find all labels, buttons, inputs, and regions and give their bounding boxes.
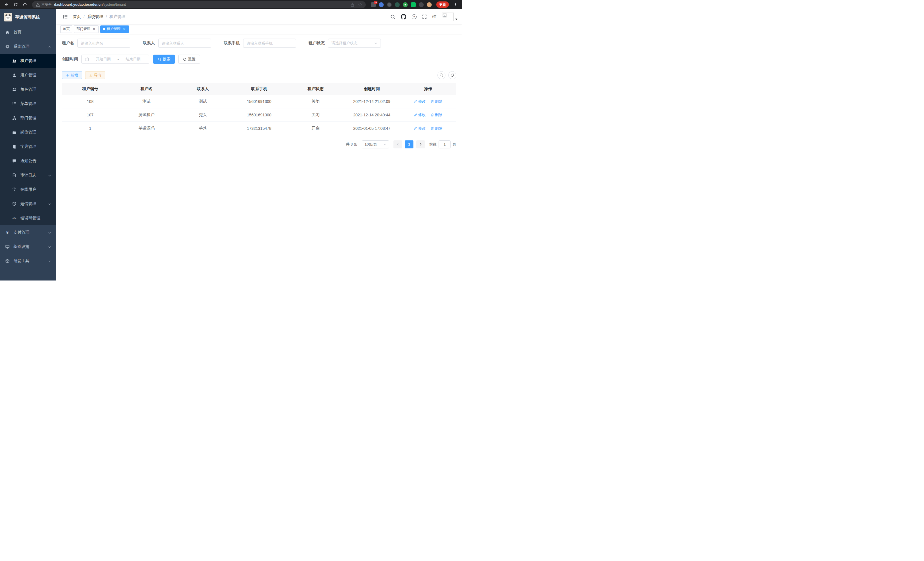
sidebar-item-payment[interactable]: 支付管理 <box>0 225 56 240</box>
delete-link[interactable]: 删除 <box>430 126 442 131</box>
sidebar-item-post[interactable]: 岗位管理 <box>0 125 56 140</box>
reset-button[interactable]: 重置 <box>178 55 200 64</box>
kebab-menu-icon[interactable] <box>452 1 459 8</box>
delete-icon <box>430 113 434 117</box>
sidebar-item-audit-log[interactable]: 审计日志 <box>0 168 56 182</box>
prev-page-button[interactable] <box>393 140 402 148</box>
tab-home[interactable]: 首页 <box>60 26 72 33</box>
close-icon[interactable] <box>122 27 126 31</box>
avatar-image <box>442 13 454 21</box>
sidebar-item-role[interactable]: 角色管理 <box>0 82 56 97</box>
refresh-table-button[interactable] <box>448 71 456 79</box>
search-button[interactable]: 搜索 <box>153 55 175 64</box>
tab-dept[interactable]: 部门管理 <box>74 26 99 33</box>
contact-input[interactable] <box>162 41 208 45</box>
phone-input[interactable] <box>247 41 292 45</box>
extension-icon[interactable] <box>419 2 424 7</box>
home-icon[interactable] <box>21 1 28 8</box>
pagination-total: 共 3 条 <box>346 142 357 147</box>
download-icon <box>89 74 93 77</box>
user-avatar[interactable] <box>442 13 458 21</box>
chevron-down-icon <box>374 41 377 45</box>
sidebar-item-dev-tools[interactable]: 研发工具 <box>0 254 56 268</box>
sidebar-item-user[interactable]: 用户管理 <box>0 68 56 82</box>
sidebar-item-dict[interactable]: 字典管理 <box>0 140 56 154</box>
toggle-search-button[interactable] <box>437 71 446 79</box>
column-phone: 联系手机 <box>231 83 287 95</box>
cell-tenant-id: 1 <box>62 122 118 135</box>
tenant-name-input[interactable] <box>81 41 127 45</box>
sidebar-item-tenant[interactable]: 租户管理 <box>0 54 56 68</box>
sidebar-item-system[interactable]: 系统管理 <box>0 39 56 54</box>
edit-link[interactable]: 修改 <box>414 112 425 117</box>
tab-tenant[interactable]: 租户管理 <box>100 26 129 33</box>
org-tree-icon <box>12 116 16 120</box>
edit-link[interactable]: 修改 <box>414 126 425 131</box>
help-icon[interactable] <box>412 14 417 19</box>
close-icon[interactable] <box>92 27 96 31</box>
delete-link[interactable]: 删除 <box>430 112 442 117</box>
goto-page-input[interactable] <box>439 140 451 148</box>
cell-tenant-name: 芋道源码 <box>118 122 175 135</box>
share-icon[interactable] <box>350 3 355 7</box>
cell-created: 2021-01-05 17:03:47 <box>344 122 400 135</box>
sidebar-item-online-users[interactable]: 在线用户 <box>0 182 56 197</box>
cell-status: 开启 <box>287 122 344 135</box>
edit-icon <box>414 127 417 130</box>
extension-icon[interactable] <box>387 2 392 7</box>
cell-contact: 芋艿 <box>175 122 231 135</box>
reload-icon[interactable] <box>12 1 20 8</box>
export-button[interactable]: 导出 <box>85 71 105 79</box>
table-row: 1 芋道源码 芋艿 17321315478 开启 2021-01-05 17:0… <box>62 122 456 135</box>
extension-icon[interactable] <box>379 2 384 7</box>
status-label: 租户状态 <box>309 41 325 46</box>
browser-update-button[interactable]: 更新 <box>436 2 449 8</box>
add-button[interactable]: 新增 <box>62 71 82 79</box>
date-range-picker[interactable]: 开始日期 - 结束日期 <box>81 55 149 64</box>
extension-icon[interactable] <box>411 2 416 7</box>
sidebar-fold-icon[interactable] <box>61 13 69 21</box>
chevron-down-icon <box>48 174 51 177</box>
app-logo[interactable]: 芋道管理系统 <box>0 9 56 25</box>
bookmark-star-icon[interactable] <box>358 3 362 7</box>
column-actions: 操作 <box>400 83 456 95</box>
edit-icon <box>414 113 417 117</box>
status-select[interactable]: 请选择租户状态 <box>328 39 381 48</box>
breadcrumb-system[interactable]: 系统管理 <box>87 14 103 20</box>
profile-avatar[interactable] <box>427 2 432 7</box>
address-bar[interactable]: 不安全 dashboard.yudao.iocoder.cn/system/te… <box>32 1 366 8</box>
sidebar-item-sms[interactable]: 短信管理 <box>0 197 56 211</box>
create-time-label: 创建时间 <box>62 57 78 62</box>
column-status: 租户状态 <box>287 83 344 95</box>
search-icon[interactable] <box>390 14 395 20</box>
message-icon <box>12 159 16 163</box>
extension-icon[interactable] <box>403 2 408 7</box>
font-size-icon[interactable] <box>432 14 436 19</box>
cell-actions: 修改 删除 <box>400 108 456 122</box>
next-page-button[interactable] <box>416 140 425 148</box>
github-icon[interactable] <box>401 14 406 20</box>
sidebar-item-menu[interactable]: 菜单管理 <box>0 97 56 111</box>
page-number-button[interactable]: 1 <box>405 140 413 148</box>
security-chip[interactable]: 不安全 <box>35 2 52 7</box>
page-size-select[interactable]: 10条/页 <box>362 140 389 148</box>
extension-icon[interactable] <box>395 2 400 7</box>
book-icon <box>12 144 16 149</box>
phone-label: 联系手机 <box>224 41 240 46</box>
delete-link[interactable]: 删除 <box>430 99 442 104</box>
sidebar-item-dept[interactable]: 部门管理 <box>0 111 56 125</box>
edit-link[interactable]: 修改 <box>414 99 425 104</box>
calendar-icon <box>85 57 89 61</box>
refresh-icon <box>450 73 454 77</box>
active-dot <box>103 28 105 30</box>
fullscreen-icon[interactable] <box>422 14 427 19</box>
extension-icon[interactable]: 10 <box>371 2 376 7</box>
breadcrumb-home[interactable]: 首页 <box>73 14 81 20</box>
gear-icon <box>5 44 10 49</box>
sidebar-item-home[interactable]: 首页 <box>0 25 56 39</box>
back-icon[interactable] <box>3 1 10 8</box>
chevron-down-icon <box>48 245 51 248</box>
sidebar-item-error-code[interactable]: 错误码管理 <box>0 211 56 225</box>
sidebar-item-notice[interactable]: 通知公告 <box>0 154 56 168</box>
sidebar-item-infra[interactable]: 基础设施 <box>0 240 56 254</box>
